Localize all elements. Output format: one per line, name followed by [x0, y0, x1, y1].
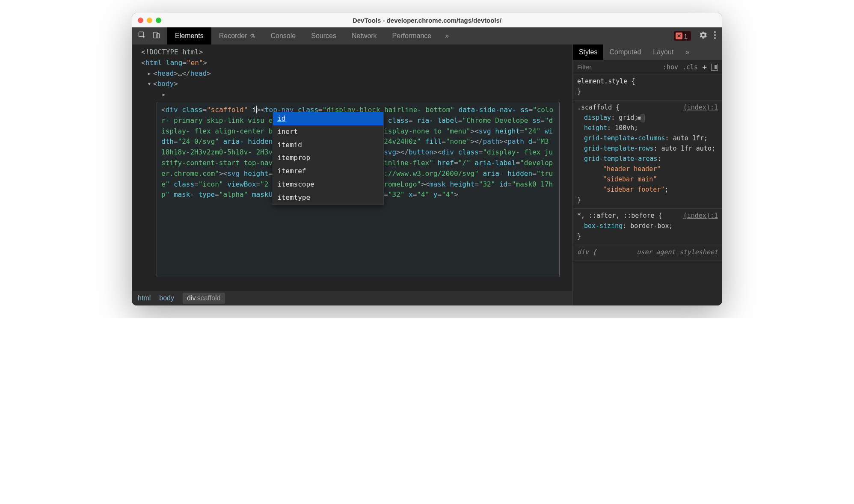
maximize-window-button[interactable] — [156, 18, 161, 23]
css-declaration[interactable]: height: 100vh; — [577, 123, 718, 133]
styles-filter-input[interactable] — [577, 63, 658, 71]
rule-origin-link[interactable]: (index):1 — [683, 210, 718, 221]
device-toolbar-icon[interactable] — [152, 31, 161, 41]
svg-point-4 — [714, 34, 716, 36]
doctype-line: <!DOCTYPE html> — [141, 47, 572, 58]
tab-recorder[interactable]: Recorder⚗ — [211, 27, 263, 44]
close-window-button[interactable] — [138, 18, 143, 23]
css-rule[interactable]: (index):1.scaffold {display: grid;▦heigh… — [573, 101, 722, 209]
devtools-window: DevTools - developer.chrome.com/tags/dev… — [132, 13, 722, 305]
svg-point-5 — [714, 37, 716, 39]
grid-badge-icon[interactable]: ▦ — [640, 114, 645, 122]
main-tabs: Elements Recorder⚗ Console Sources Netwo… — [167, 27, 455, 44]
styles-rules-list[interactable]: element.style { } (index):1.scaffold {di… — [573, 74, 722, 305]
rule-origin-link[interactable]: (index):1 — [683, 102, 718, 113]
error-icon: ✕ — [676, 33, 682, 39]
breadcrumb-item[interactable]: html — [138, 294, 151, 302]
breadcrumb-current[interactable]: div.scaffold — [183, 293, 225, 304]
autocomplete-item[interactable]: itemprop — [273, 151, 383, 165]
error-count-badge[interactable]: ✕ 1 — [673, 31, 691, 41]
autocomplete-item[interactable]: id — [273, 112, 383, 125]
error-count: 1 — [684, 33, 688, 40]
dom-breadcrumb: html body div.scaffold — [132, 291, 572, 305]
user-agent-rule[interactable]: user agent stylesheet div { — [573, 245, 722, 261]
hov-toggle[interactable]: :hov — [663, 63, 678, 71]
css-declaration[interactable]: grid-template-columns: auto 1fr; — [577, 133, 718, 143]
autocomplete-item[interactable]: itemtype — [273, 191, 383, 205]
html-open-line[interactable]: <html lang="en"> — [141, 58, 572, 68]
css-rule[interactable]: (index):1*, ::after, ::before {box-sizin… — [573, 209, 722, 245]
autocomplete-item[interactable]: inert — [273, 125, 383, 139]
styles-tab-computed[interactable]: Computed — [603, 44, 647, 60]
toggle-sidebar-icon[interactable] — [711, 64, 718, 71]
inspect-element-icon[interactable] — [138, 31, 146, 41]
tab-sources[interactable]: Sources — [303, 27, 344, 44]
autocomplete-item[interactable]: itemscope — [273, 178, 383, 191]
flask-icon: ⚗ — [250, 33, 255, 39]
window-controls — [138, 18, 161, 23]
styles-tab-bar: Styles Computed Layout » — [573, 44, 722, 60]
elements-dom-panel: <!DOCTYPE html> <html lang="en"> ▸<head>… — [132, 44, 572, 305]
autocomplete-item[interactable]: itemref — [273, 165, 383, 178]
selected-dom-node-editing[interactable]: <div class="scaffold" i><top-nav class="… — [157, 102, 560, 277]
new-style-rule-button[interactable]: + — [702, 62, 707, 71]
tab-network[interactable]: Network — [344, 27, 385, 44]
tab-performance[interactable]: Performance — [385, 27, 439, 44]
tab-console[interactable]: Console — [263, 27, 304, 44]
titlebar: DevTools - developer.chrome.com/tags/dev… — [132, 13, 722, 27]
dom-tree[interactable]: <!DOCTYPE html> <html lang="en"> ▸<head>… — [132, 44, 572, 291]
body-expand-caret[interactable]: ▸ — [141, 89, 572, 100]
styles-tab-layout[interactable]: Layout — [647, 44, 679, 60]
head-line[interactable]: ▸<head>…</head> — [141, 68, 572, 79]
window-title: DevTools - developer.chrome.com/tags/dev… — [132, 17, 722, 24]
settings-gear-icon[interactable] — [699, 31, 708, 41]
more-tabs-button[interactable]: » — [439, 27, 455, 44]
svg-point-3 — [714, 31, 716, 33]
tab-elements[interactable]: Elements — [167, 27, 211, 44]
styles-tab-more[interactable]: » — [679, 44, 695, 60]
kebab-menu-icon[interactable] — [714, 31, 716, 41]
styles-panel: Styles Computed Layout » :hov .cls + ele… — [572, 44, 722, 305]
rule-origin: user agent stylesheet — [637, 247, 718, 257]
css-declaration[interactable]: display: grid;▦ — [577, 113, 718, 123]
cls-toggle[interactable]: .cls — [682, 63, 698, 71]
autocomplete-item[interactable]: itemid — [273, 139, 383, 152]
element-style-rule[interactable]: element.style { } — [573, 74, 722, 101]
css-declaration[interactable]: grid-template-rows: auto 1fr auto; — [577, 143, 718, 154]
main-tab-bar: Elements Recorder⚗ Console Sources Netwo… — [132, 27, 722, 44]
attribute-autocomplete-popup: idinertitemiditempropitemrefitemscopeite… — [273, 112, 384, 205]
minimize-window-button[interactable] — [147, 18, 152, 23]
body-line[interactable]: ▾<body> — [141, 79, 572, 89]
styles-filter-bar: :hov .cls + — [573, 60, 722, 74]
styles-tab-styles[interactable]: Styles — [573, 44, 604, 60]
css-declaration[interactable]: box-sizing: border-box; — [577, 221, 718, 231]
breadcrumb-item[interactable]: body — [159, 294, 174, 302]
